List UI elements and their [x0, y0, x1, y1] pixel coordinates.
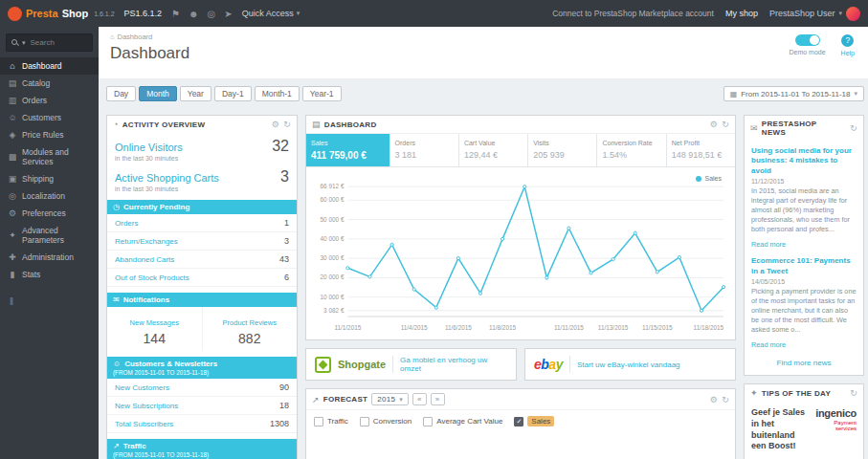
active-carts-link[interactable]: Active Shopping Carts	[115, 172, 219, 184]
checkbox-icon[interactable]	[314, 417, 323, 426]
checkbox-icon[interactable]	[423, 417, 433, 426]
kpi-net-profit[interactable]: Net Profit 148 918,51 €	[666, 134, 735, 166]
forecast-year-select[interactable]: 2015 ▾	[371, 393, 409, 405]
gear-icon[interactable]: ⚙	[710, 120, 718, 129]
marketplace-connect-link[interactable]: Connect to PrestaShop Marketplace accoun…	[552, 9, 714, 18]
onboarding-icon[interactable]: ➤	[224, 9, 232, 19]
pending-returns-link[interactable]: Return/Exchanges	[115, 237, 178, 246]
help-icon[interactable]: ?	[841, 34, 854, 47]
gear-icon[interactable]: ⚙	[272, 120, 279, 129]
sidebar-collapse-toggle[interactable]: ‖	[0, 296, 99, 307]
forecast-legend-sales[interactable]: ✓ Sales	[514, 416, 554, 426]
period-day-button[interactable]: Day	[106, 86, 136, 101]
localization-icon: ◎	[8, 191, 17, 201]
sidebar-item-stats[interactable]: ▮ Stats	[0, 266, 99, 283]
tips-panel-title: Tips of the day	[762, 389, 831, 398]
search-input[interactable]	[29, 37, 87, 48]
period-month-1-button[interactable]: Month-1	[255, 86, 300, 101]
kpi-visits[interactable]: Visits 205 939	[527, 134, 596, 166]
activity-panel-header: ◔ Activity overview ⚙ ↻	[107, 116, 297, 133]
forecast-prev-button[interactable]: «	[412, 393, 427, 405]
quick-access-menu[interactable]: Quick Access ▾	[242, 9, 300, 18]
gear-icon[interactable]: ⚙	[710, 395, 718, 404]
sidebar-item-catalog[interactable]: ▤ Catalog	[0, 75, 99, 92]
kpi-conversion-rate[interactable]: Conversion Rate 1.54%	[596, 134, 665, 166]
quick-access-label: Quick Access	[242, 9, 294, 18]
sidebar-item-modules[interactable]: ▩ Modules and Services	[0, 143, 99, 170]
sidebar-item-customers[interactable]: ☺ Customers	[0, 109, 99, 126]
demo-mode-label: Demo mode	[789, 49, 825, 55]
news-headline-link[interactable]: Ecommerce 101: Payments in a Tweet	[751, 256, 857, 276]
sidebar-item-preferences[interactable]: ⚙ Preferences	[0, 205, 99, 222]
date-range-picker[interactable]: ▦ From 2015-11-01 To 2015-11-18 ▾	[723, 86, 864, 101]
breadcrumb-label[interactable]: Dashboard	[118, 33, 153, 41]
page-title: Dashboard	[110, 44, 857, 63]
pending-row-out-of-stock: Out of Stock Products 6	[107, 269, 297, 287]
shopgate-link[interactable]: Ga mobiel en verhoog uw omzet	[400, 356, 507, 373]
ebay-link[interactable]: Start uw eBay-winkel vandaag	[577, 361, 680, 369]
sidebar-item-orders[interactable]: ▥ Orders	[0, 92, 99, 109]
period-year-1-button[interactable]: Year-1	[302, 86, 342, 101]
abandoned-carts-link[interactable]: Abandoned Carts	[115, 255, 174, 264]
refresh-icon[interactable]: ↻	[850, 123, 857, 133]
refresh-icon[interactable]: ↻	[850, 388, 857, 398]
find-more-news-link[interactable]: Find more news	[751, 359, 857, 367]
forecast-panel-header: ↗ Forecast 2015 ▾ « » ⚙ ↻	[306, 389, 735, 409]
my-shop-link[interactable]: My shop	[725, 9, 758, 18]
read-more-link[interactable]: Read more	[751, 240, 786, 249]
period-month-button[interactable]: Month	[139, 86, 177, 101]
sidebar-search[interactable]: ▾	[6, 33, 93, 52]
period-year-button[interactable]: Year	[180, 86, 211, 101]
user-menu[interactable]: PrestaShop User ▾	[769, 7, 860, 21]
kpi-cart-value[interactable]: Cart Value 129,44 €	[458, 134, 527, 166]
topbar-icons: ⚑ ☻ ◎ ➤	[171, 9, 233, 19]
sidebar-item-dashboard[interactable]: ⌂ Dashboard	[0, 57, 99, 75]
sidebar-item-label: Localization	[22, 191, 65, 201]
read-more-link[interactable]: Read more	[751, 340, 786, 349]
sidebar-item-localization[interactable]: ◎ Localization	[0, 187, 99, 205]
pending-orders-link[interactable]: Orders	[115, 219, 138, 228]
forecast-next-button[interactable]: »	[431, 393, 445, 405]
news-headline-link[interactable]: Using social media for your business: 4 …	[751, 146, 857, 176]
sidebar-item-shipping[interactable]: ▣ Shipping	[0, 170, 99, 187]
kpi-sales[interactable]: Sales 411 759,00 €	[306, 134, 389, 166]
demo-mode-toggle[interactable]	[795, 34, 820, 46]
online-visitors-link[interactable]: Online Visitors	[115, 142, 183, 153]
sidebar-item-administration[interactable]: ✚ Administration	[0, 249, 99, 266]
prestashop-logo-icon	[8, 7, 22, 21]
forecast-legend-conversion[interactable]: Conversion	[360, 416, 412, 426]
forecast-legend-traffic[interactable]: Traffic	[314, 416, 348, 426]
sidebar-item-label: Advanced Parameters	[22, 226, 91, 245]
news-excerpt: In 2015, social media are an integral pa…	[751, 186, 857, 233]
checkbox-icon[interactable]	[360, 417, 369, 426]
product-reviews-link[interactable]: Product Reviews	[223, 318, 277, 327]
pending-row-returns: Return/Exchanges 3	[107, 232, 297, 251]
shop-icon[interactable]: ⚑	[171, 9, 180, 19]
refresh-icon[interactable]: ↻	[283, 120, 291, 129]
support-icon[interactable]: ◎	[208, 9, 216, 19]
sidebar-item-advanced-parameters[interactable]: ✦ Advanced Parameters	[0, 222, 99, 249]
tips-body: Geef je Sales in het buitenland een Boos…	[745, 402, 863, 459]
period-day-1-button[interactable]: Day-1	[214, 86, 252, 101]
refresh-icon[interactable]: ↻	[722, 120, 729, 129]
page-header: ⌂ Dashboard Dashboard Demo mode ? Help	[99, 27, 868, 78]
new-customers-link[interactable]: New Customers	[115, 383, 169, 392]
refresh-icon[interactable]: ↻	[722, 395, 729, 404]
new-messages-link[interactable]: New Messages	[130, 318, 179, 327]
checkbox-checked-icon[interactable]: ✓	[514, 417, 523, 426]
total-subscribers-link[interactable]: Total Subscribers	[115, 420, 173, 428]
help-label: Help	[841, 50, 855, 56]
sidebar-item-label: Catalog	[22, 78, 50, 88]
forecast-legend-average-cart-value[interactable]: Average Cart Value	[423, 416, 502, 426]
dashboard-panel-title: Dashboard	[324, 120, 377, 129]
employee-icon[interactable]: ☻	[189, 9, 199, 19]
kpi-orders[interactable]: Orders 3 181	[389, 134, 458, 166]
prestashop-logo[interactable]: PrestaShop 1.6.1.2	[8, 7, 115, 21]
online-visitors-metric: Online Visitors 32 in the last 30 minute…	[107, 133, 297, 164]
out-of-stock-link[interactable]: Out of Stock Products	[115, 273, 189, 282]
sidebar: ▾ ⌂ Dashboard ▤ Catalog ▥ Orders ☺ Custo…	[0, 27, 99, 459]
sidebar-item-price-rules[interactable]: ◈ Price Rules	[0, 126, 99, 143]
new-subscriptions-link[interactable]: New Subscriptions	[115, 402, 178, 410]
shop-name[interactable]: PS1.6.1.2	[124, 9, 163, 18]
module-promos: Shopgate Ga mobiel en verhoog uw omzet e…	[305, 348, 736, 381]
